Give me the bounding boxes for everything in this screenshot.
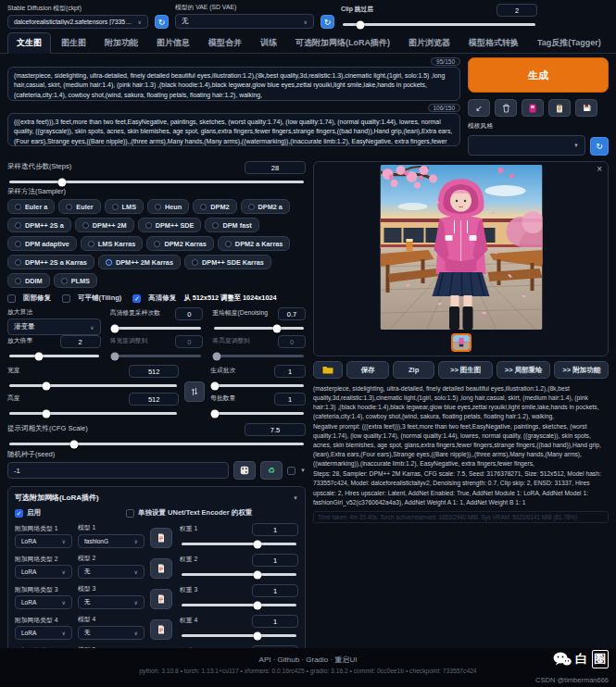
checkpoint-dropdown[interactable]: dalceforealistictailyv2.safetensors [733… — [7, 15, 148, 29]
generated-image[interactable] — [380, 165, 542, 330]
batch-size-slider[interactable] — [212, 412, 304, 415]
zip-button[interactable]: Zip — [393, 361, 434, 379]
sampler-radio[interactable]: Euler a — [7, 199, 55, 214]
lora-model-info-button[interactable] — [150, 528, 172, 548]
lora-type-dropdown[interactable]: LoRA∨ — [15, 565, 72, 579]
sampler-radio[interactable]: LMS — [105, 199, 144, 214]
lora-model-dropdown[interactable]: fashionG∨ — [78, 534, 145, 548]
lora-type-dropdown[interactable]: LoRA∨ — [15, 595, 72, 609]
lora-weight-slider[interactable] — [182, 543, 296, 545]
seed-input[interactable]: -1 — [7, 462, 229, 479]
tab-item[interactable]: 可选附加网络(LoRA插件) — [287, 33, 398, 53]
width-value[interactable]: 512 — [129, 365, 179, 378]
lora-model-info-button[interactable] — [150, 589, 172, 609]
hires-steps-value[interactable]: 0 — [175, 307, 203, 320]
lora-model-info-button[interactable] — [150, 558, 172, 579]
batch-count-value[interactable]: 1 — [274, 365, 306, 378]
random-seed-button[interactable] — [233, 461, 256, 480]
lora-type-dropdown[interactable]: LoRA∨ — [15, 626, 72, 640]
tab-item[interactable]: 附加功能 — [96, 33, 146, 53]
upscale-by-value[interactable]: 2 — [60, 335, 101, 348]
lora-type-dropdown[interactable]: LoRA∨ — [15, 534, 72, 548]
paste-params-button[interactable]: ↙ — [468, 99, 490, 117]
gallery-thumbnail[interactable] — [451, 333, 471, 352]
clear-prompt-button[interactable] — [495, 99, 517, 117]
lora-weight-value[interactable]: 1 — [252, 523, 298, 536]
lora-model-info-button[interactable] — [150, 619, 172, 640]
reuse-seed-button[interactable]: ♻ — [260, 461, 283, 480]
sampler-radio[interactable]: DPM2 a Karras — [218, 236, 291, 251]
generate-button[interactable]: 生成 — [468, 57, 609, 93]
seed-extras-toggle-icon[interactable]: ▼ — [300, 468, 306, 473]
sampler-radio[interactable]: DPM++ SDE Karras — [184, 255, 271, 269]
collapse-icon[interactable]: ▼ — [293, 495, 298, 501]
sampler-radio[interactable]: DPM++ 2S a — [7, 218, 71, 232]
upscale-by-slider[interactable] — [9, 355, 99, 357]
sampler-radio[interactable]: DPM fast — [205, 218, 258, 232]
cfg-value[interactable]: 7.5 — [245, 423, 306, 436]
lora-weight-slider[interactable] — [182, 573, 296, 576]
sampler-radio[interactable]: PLMS — [54, 273, 97, 288]
steps-value[interactable]: 28 — [245, 161, 306, 174]
restore-faces-checkbox[interactable] — [7, 294, 16, 303]
steps-slider[interactable] — [9, 181, 304, 183]
lora-enable-checkbox[interactable]: ✓ — [15, 509, 23, 518]
tab-item[interactable]: 图片浏览器 — [400, 33, 459, 53]
tiling-checkbox[interactable] — [62, 294, 70, 303]
lora-weight-value[interactable]: 1 — [252, 615, 298, 628]
lora-weight-value[interactable]: 1 — [252, 584, 298, 597]
styles-dropdown[interactable]: ▼ — [468, 135, 585, 156]
tab-item[interactable]: 设置 — [611, 33, 616, 53]
batch-count-slider[interactable] — [212, 384, 304, 387]
sampler-radio[interactable]: DPM adaptive — [7, 236, 77, 251]
extra-seed-checkbox[interactable] — [287, 467, 295, 475]
extra-networks-button[interactable] — [522, 99, 544, 117]
sampler-radio[interactable]: DPM2 Karras — [146, 236, 213, 251]
sampler-radio[interactable]: LMS Karras — [81, 236, 144, 251]
refresh-styles-button[interactable]: ↻ — [590, 137, 609, 156]
height-slider[interactable] — [9, 412, 177, 415]
upscaler-dropdown[interactable]: 潜变量 ∨ — [7, 319, 101, 335]
tab-item[interactable]: 文生图 — [7, 32, 51, 54]
lora-separate-checkbox[interactable] — [126, 509, 134, 518]
clip-skip-value[interactable]: 2 — [497, 4, 537, 17]
apply-style-button[interactable] — [548, 99, 571, 117]
tab-item[interactable]: Tag反推(Tagger) — [529, 33, 610, 53]
tab-item[interactable]: 训练 — [252, 33, 285, 53]
denoising-value[interactable]: 0.7 — [278, 307, 306, 320]
denoising-slider[interactable] — [214, 327, 304, 330]
send-to-inpaint-button[interactable]: >> 局部重绘 — [497, 361, 551, 379]
save-button[interactable]: 保存 — [346, 361, 388, 379]
footer-links[interactable]: API · Github · Gradio · 重启UI — [0, 655, 616, 665]
tab-item[interactable]: 图片信息 — [148, 33, 198, 53]
width-slider[interactable] — [9, 384, 177, 387]
height-value[interactable]: 512 — [129, 393, 179, 406]
lora-model-dropdown[interactable]: 无∨ — [78, 626, 145, 640]
clip-skip-slider[interactable] — [343, 23, 535, 26]
lora-weight-slider[interactable] — [182, 634, 296, 637]
save-style-button[interactable] — [575, 99, 597, 117]
vae-dropdown[interactable]: 无 ∨ — [175, 14, 314, 29]
sampler-radio[interactable]: DPM++ 2S a Karras — [7, 255, 94, 269]
sampler-radio[interactable]: DPM++ 2M Karras — [98, 255, 181, 269]
refresh-checkpoint-button[interactable]: ↻ — [155, 15, 169, 29]
lora-header[interactable]: 可选附加网络(LoRA插件) — [15, 493, 99, 503]
cfg-slider[interactable] — [9, 443, 304, 445]
sampler-radio[interactable]: Heun — [147, 199, 189, 214]
lora-model-dropdown[interactable]: 无∨ — [78, 565, 145, 579]
batch-size-value[interactable]: 1 — [274, 393, 306, 406]
send-to-img2img-button[interactable]: >> 图生图 — [438, 361, 493, 379]
sampler-radio[interactable]: DPM++ SDE — [138, 218, 202, 232]
open-folder-button[interactable] — [313, 361, 343, 379]
sampler-radio[interactable]: DPM2 — [193, 199, 236, 214]
refresh-vae-button[interactable]: ↻ — [321, 15, 334, 29]
tab-item[interactable]: 模型格式转换 — [460, 33, 527, 53]
lora-weight-slider[interactable] — [182, 604, 296, 606]
tab-item[interactable]: 模型合并 — [200, 33, 250, 53]
swap-dimensions-button[interactable] — [184, 381, 205, 402]
sampler-radio[interactable]: DPM2 a — [241, 199, 290, 214]
hires-checkbox[interactable]: ✓ — [132, 294, 141, 303]
sampler-radio[interactable]: Euler — [58, 199, 100, 214]
sampler-radio[interactable]: DPM++ 2M — [75, 218, 134, 232]
close-icon[interactable]: × — [597, 164, 602, 174]
